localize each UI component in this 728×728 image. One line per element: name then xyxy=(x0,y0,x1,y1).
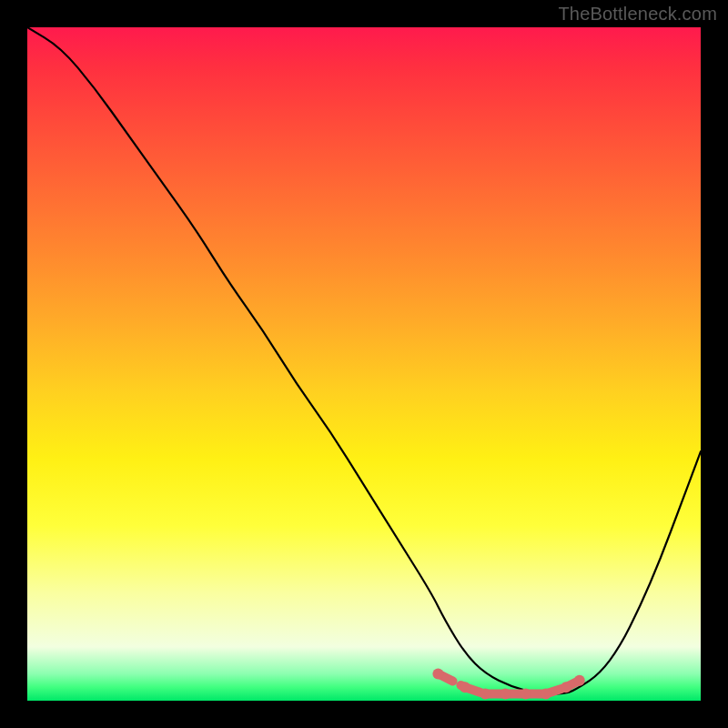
curve-svg xyxy=(27,27,701,701)
valley-marker-dot xyxy=(541,689,551,700)
chart-frame: TheBottleneck.com xyxy=(0,0,728,728)
valley-marker-dot xyxy=(500,689,511,700)
attribution-text: TheBottleneck.com xyxy=(558,4,717,25)
valley-marker-dot xyxy=(460,682,470,693)
valley-marker-dot xyxy=(432,668,443,679)
plot-area xyxy=(27,27,701,701)
valley-marker-dot xyxy=(574,675,585,686)
valley-marker-dot xyxy=(521,689,531,700)
bottleneck-curve-path xyxy=(27,27,701,694)
valley-marker-dot xyxy=(561,682,571,693)
valley-marker-dot xyxy=(480,689,490,700)
valley-markers-group xyxy=(432,668,584,699)
